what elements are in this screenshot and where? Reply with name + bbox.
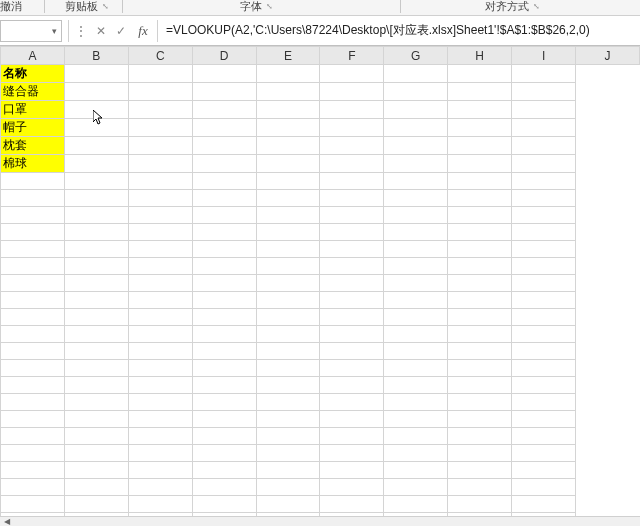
cell[interactable] [1,241,65,258]
cell[interactable] [128,258,192,275]
cell[interactable] [192,292,256,309]
cell[interactable] [192,207,256,224]
col-header[interactable]: E [256,47,320,65]
cell[interactable] [64,258,128,275]
cell[interactable] [64,428,128,445]
cell[interactable] [192,462,256,479]
cell[interactable] [512,360,576,377]
cell[interactable] [1,258,65,275]
cell[interactable] [128,377,192,394]
cell[interactable] [512,119,576,137]
spreadsheet-grid[interactable]: A B C D E F G H I J 编码名称150001缝合器150006口… [0,46,640,516]
cell[interactable] [256,377,320,394]
cell[interactable] [384,462,448,479]
cell[interactable] [384,65,448,83]
cell[interactable] [64,275,128,292]
cell[interactable] [64,224,128,241]
cell[interactable] [448,137,512,155]
cell[interactable] [256,309,320,326]
cell[interactable] [448,445,512,462]
cell[interactable] [256,411,320,428]
cell[interactable] [128,479,192,496]
cell[interactable] [192,190,256,207]
cell[interactable] [1,360,65,377]
cell[interactable] [384,190,448,207]
cell[interactable] [128,411,192,428]
cell[interactable]: 缝合器 [1,83,65,101]
cell[interactable] [448,360,512,377]
cell[interactable] [192,428,256,445]
cell[interactable] [320,496,384,513]
cell[interactable] [64,190,128,207]
cell[interactable] [1,445,65,462]
cell[interactable] [320,292,384,309]
cell[interactable] [448,394,512,411]
col-header[interactable]: I [512,47,576,65]
cell[interactable] [256,479,320,496]
cell[interactable] [128,173,192,190]
cell[interactable] [1,343,65,360]
cell[interactable] [448,292,512,309]
cell[interactable] [192,360,256,377]
cell[interactable] [128,428,192,445]
cell[interactable] [128,119,192,137]
cell[interactable] [448,411,512,428]
cell[interactable] [512,258,576,275]
cell[interactable] [320,326,384,343]
cell[interactable] [384,428,448,445]
cell[interactable] [448,343,512,360]
cell[interactable] [320,275,384,292]
cell[interactable] [448,462,512,479]
cell[interactable] [384,101,448,119]
cell[interactable] [128,309,192,326]
cell[interactable] [448,496,512,513]
cell[interactable] [128,326,192,343]
cell[interactable] [448,65,512,83]
cell[interactable] [64,155,128,173]
cell[interactable]: 口罩 [1,101,65,119]
cell[interactable] [64,137,128,155]
cell[interactable] [1,292,65,309]
cell[interactable] [1,207,65,224]
cell[interactable] [512,411,576,428]
cell[interactable] [256,275,320,292]
cell[interactable] [512,496,576,513]
cell[interactable] [512,428,576,445]
cell[interactable] [128,496,192,513]
dots-icon[interactable]: ⋮ [71,20,91,42]
cell[interactable] [384,119,448,137]
cell[interactable] [1,479,65,496]
cell[interactable] [64,119,128,137]
cell[interactable] [192,224,256,241]
cell[interactable] [1,309,65,326]
cell[interactable] [64,309,128,326]
cell[interactable] [128,445,192,462]
cell[interactable] [256,241,320,258]
cell[interactable] [384,292,448,309]
cell[interactable] [256,190,320,207]
cell[interactable] [320,207,384,224]
col-header[interactable]: G [384,47,448,65]
cell[interactable] [64,326,128,343]
cell[interactable] [64,83,128,101]
cell[interactable] [128,241,192,258]
confirm-icon[interactable]: ✓ [111,20,131,42]
cell[interactable] [192,83,256,101]
col-header[interactable]: B [64,47,128,65]
col-header[interactable]: J [576,47,640,65]
cell[interactable] [320,479,384,496]
cell[interactable] [320,155,384,173]
cell[interactable] [384,224,448,241]
cell[interactable] [64,343,128,360]
cell[interactable] [1,190,65,207]
cell[interactable] [256,101,320,119]
cell[interactable] [512,292,576,309]
cell[interactable] [256,65,320,83]
cell[interactable] [256,207,320,224]
cell[interactable] [448,83,512,101]
cell[interactable] [64,207,128,224]
cell[interactable] [512,309,576,326]
cell[interactable] [1,173,65,190]
cell[interactable] [1,411,65,428]
cell[interactable] [192,137,256,155]
